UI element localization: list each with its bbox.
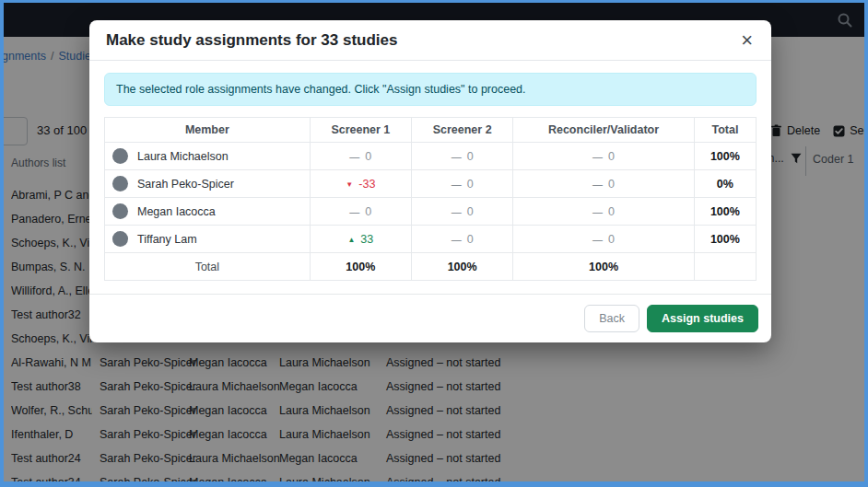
- no-change-icon: —: [592, 179, 603, 190]
- delta-value: 0: [608, 150, 615, 163]
- modal-header: Make study assignments for 33 studies ×: [89, 20, 771, 61]
- no-change-icon: —: [592, 206, 603, 217]
- modal-title: Make study assignments for 33 studies: [106, 31, 398, 50]
- member-name: Megan Iacocca: [137, 205, 216, 218]
- close-icon[interactable]: ×: [739, 32, 755, 49]
- assignment-delta-cell: —0: [310, 143, 411, 170]
- member-total: 100%: [694, 226, 756, 253]
- grand-total: [694, 253, 756, 281]
- modal-body: The selected role assignments have chang…: [89, 61, 771, 294]
- totals-row-label: Total: [105, 253, 311, 281]
- no-change-icon: —: [452, 151, 462, 162]
- member-cell: Tiffany Lam: [105, 226, 311, 253]
- member-cell: Megan Iacocca: [105, 198, 311, 226]
- assignment-summary-table: MemberScreener 1Screener 2Reconciler/Val…: [104, 117, 757, 281]
- member-row: Tiffany Lam▲33—0—0100%: [105, 226, 757, 253]
- back-button[interactable]: Back: [584, 305, 639, 332]
- member-avatar: [112, 148, 128, 164]
- member-total: 100%: [694, 198, 756, 226]
- member-avatar: [112, 203, 128, 219]
- assignment-delta-cell: ▲33: [310, 226, 411, 253]
- assignment-delta-cell: —0: [513, 198, 695, 226]
- member-avatar: [112, 231, 128, 247]
- assignment-delta-cell: —0: [310, 198, 411, 226]
- increase-icon: ▲: [347, 236, 355, 244]
- column-total: 100%: [310, 253, 411, 281]
- app-window: gnments/Studies 33 of 100 Delete Select …: [0, 0, 868, 487]
- delta-value: 0: [365, 150, 371, 163]
- delta-value: 0: [608, 178, 615, 191]
- modal-column-header: Member: [105, 118, 311, 143]
- assignment-modal: Make study assignments for 33 studies × …: [89, 20, 771, 342]
- delta-value: 0: [467, 178, 474, 191]
- no-change-icon: —: [592, 151, 603, 162]
- no-change-icon: —: [349, 151, 359, 162]
- column-total: 100%: [513, 253, 695, 281]
- no-change-icon: —: [592, 234, 603, 245]
- modal-footer: Back Assign studies: [89, 294, 771, 342]
- member-name: Tiffany Lam: [137, 233, 197, 246]
- modal-table-header-row: MemberScreener 1Screener 2Reconciler/Val…: [105, 118, 757, 143]
- modal-table-body: Laura Michaelson—0—0—0100%Sarah Peko-Spi…: [105, 143, 757, 253]
- decrease-icon: ▼: [346, 180, 353, 189]
- modal-column-header: Total: [694, 118, 756, 143]
- member-row: Megan Iacocca—0—0—0100%: [105, 198, 757, 226]
- assignment-delta-cell: —0: [513, 170, 695, 198]
- modal-column-header: Screener 1: [310, 118, 411, 143]
- no-change-icon: —: [452, 234, 462, 245]
- member-total: 0%: [694, 170, 756, 198]
- member-name: Laura Michaelson: [137, 150, 229, 163]
- delta-value: 0: [608, 233, 615, 246]
- modal-column-header: Screener 2: [411, 118, 512, 143]
- member-cell: Sarah Peko-Spicer: [105, 170, 311, 198]
- no-change-icon: —: [452, 206, 462, 217]
- assignment-delta-cell: ▼-33: [310, 170, 411, 198]
- delta-value: 0: [467, 150, 474, 163]
- no-change-icon: —: [349, 206, 359, 217]
- column-total: 100%: [411, 253, 512, 281]
- delta-value: 0: [467, 205, 474, 218]
- assign-studies-button[interactable]: Assign studies: [647, 305, 758, 332]
- assignment-delta-cell: —0: [411, 170, 512, 198]
- assignment-delta-cell: —0: [411, 226, 512, 253]
- delta-value: 0: [365, 205, 371, 218]
- assignment-delta-cell: —0: [513, 226, 695, 253]
- no-change-icon: —: [452, 179, 462, 190]
- delta-value: 33: [360, 233, 373, 246]
- member-row: Sarah Peko-Spicer▼-33—0—00%: [105, 170, 757, 198]
- assignment-delta-cell: —0: [411, 198, 512, 226]
- modal-column-header: Reconciler/Validator: [513, 118, 695, 143]
- delta-value: -33: [358, 178, 375, 191]
- member-row: Laura Michaelson—0—0—0100%: [105, 143, 757, 170]
- modal-table-footer-row: Total100%100%100%: [105, 253, 757, 281]
- delta-value: 0: [467, 233, 474, 246]
- member-total: 100%: [694, 143, 756, 170]
- assignment-delta-cell: —0: [513, 143, 695, 170]
- member-cell: Laura Michaelson: [105, 143, 311, 170]
- info-alert: The selected role assignments have chang…: [104, 73, 757, 106]
- member-avatar: [112, 176, 128, 191]
- assignment-delta-cell: —0: [411, 143, 512, 170]
- delta-value: 0: [608, 205, 615, 218]
- member-name: Sarah Peko-Spicer: [137, 178, 234, 191]
